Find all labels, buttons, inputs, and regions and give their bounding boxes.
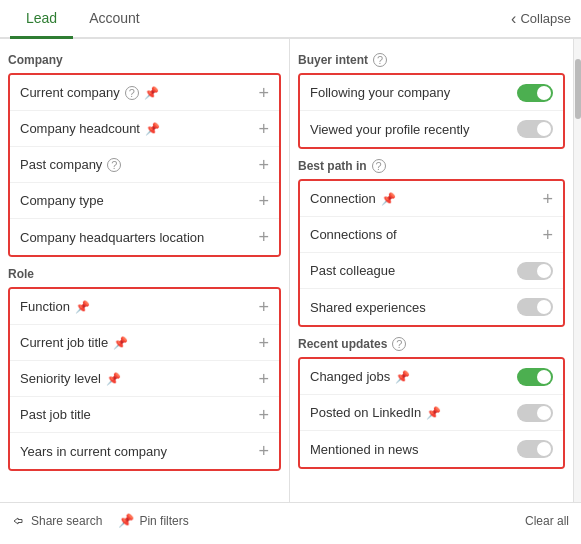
pin-icon: 📌 bbox=[113, 336, 128, 350]
list-item: Company type + bbox=[10, 183, 279, 219]
list-item: Current company ? 📌 + bbox=[10, 75, 279, 111]
add-filter-button[interactable]: + bbox=[258, 298, 269, 316]
best-path-group: Connection 📌 + Connections of + Past col… bbox=[298, 179, 565, 327]
help-icon: ? bbox=[372, 159, 386, 173]
pin-icon: 📌 bbox=[106, 372, 121, 386]
list-item: Company headquarters location + bbox=[10, 219, 279, 255]
buyer-intent-group: Following your company Viewed your profi… bbox=[298, 73, 565, 149]
toggle-viewed-profile[interactable] bbox=[517, 120, 553, 138]
pin-icon: 📌 bbox=[395, 370, 410, 384]
main-content: Company Current company ? 📌 + Company he… bbox=[0, 39, 581, 502]
list-item: Shared experiences bbox=[300, 289, 563, 325]
toggle-following-company[interactable] bbox=[517, 84, 553, 102]
list-item: Function 📌 + bbox=[10, 289, 279, 325]
add-filter-button[interactable]: + bbox=[258, 334, 269, 352]
toggle-past-colleague[interactable] bbox=[517, 262, 553, 280]
list-item: Viewed your profile recently bbox=[300, 111, 563, 147]
pin-icon: 📌 bbox=[381, 192, 396, 206]
tab-lead[interactable]: Lead bbox=[10, 0, 73, 39]
scrollbar-thumb[interactable] bbox=[575, 59, 581, 119]
share-icon bbox=[12, 514, 26, 528]
help-icon: ? bbox=[373, 53, 387, 67]
company-section-label: Company bbox=[8, 53, 281, 67]
add-filter-button[interactable]: + bbox=[542, 226, 553, 244]
clear-all-button[interactable]: Clear all bbox=[525, 514, 569, 528]
bottom-left-actions: Share search 📌 Pin filters bbox=[12, 513, 189, 528]
add-filter-button[interactable]: + bbox=[258, 442, 269, 460]
pin-icon: 📌 bbox=[426, 406, 441, 420]
chevron-left-icon: ‹ bbox=[511, 10, 516, 28]
add-filter-button[interactable]: + bbox=[258, 370, 269, 388]
role-filter-group: Function 📌 + Current job title 📌 + Senio… bbox=[8, 287, 281, 471]
list-item: Company headcount 📌 + bbox=[10, 111, 279, 147]
left-column: Company Current company ? 📌 + Company he… bbox=[0, 39, 290, 502]
tab-bar: Lead Account ‹ Collapse bbox=[0, 0, 581, 39]
list-item: Following your company bbox=[300, 75, 563, 111]
add-filter-button[interactable]: + bbox=[258, 228, 269, 246]
help-icon: ? bbox=[392, 337, 406, 351]
list-item: Connection 📌 + bbox=[300, 181, 563, 217]
add-filter-button[interactable]: + bbox=[258, 156, 269, 174]
list-item: Past company ? + bbox=[10, 147, 279, 183]
pin-filters-button[interactable]: 📌 Pin filters bbox=[118, 513, 188, 528]
pin-icon: 📌 bbox=[118, 513, 134, 528]
pin-icon: 📌 bbox=[144, 86, 159, 100]
list-item: Past job title + bbox=[10, 397, 279, 433]
list-item: Past colleague bbox=[300, 253, 563, 289]
add-filter-button[interactable]: + bbox=[542, 190, 553, 208]
list-item: Mentioned in news bbox=[300, 431, 563, 467]
list-item: Changed jobs 📌 bbox=[300, 359, 563, 395]
list-item: Years in current company + bbox=[10, 433, 279, 469]
scrollbar-track[interactable] bbox=[573, 39, 581, 502]
add-filter-button[interactable]: + bbox=[258, 192, 269, 210]
list-item: Current job title 📌 + bbox=[10, 325, 279, 361]
best-path-label: Best path in bbox=[298, 159, 367, 173]
add-filter-button[interactable]: + bbox=[258, 120, 269, 138]
company-filter-group: Current company ? 📌 + Company headcount … bbox=[8, 73, 281, 257]
toggle-mentioned-news[interactable] bbox=[517, 440, 553, 458]
pin-icon: 📌 bbox=[75, 300, 90, 314]
list-item: Seniority level 📌 + bbox=[10, 361, 279, 397]
recent-updates-group: Changed jobs 📌 Posted on LinkedIn 📌 Ment… bbox=[298, 357, 565, 469]
list-item: Connections of + bbox=[300, 217, 563, 253]
buyer-intent-label: Buyer intent bbox=[298, 53, 368, 67]
role-section-label: Role bbox=[8, 267, 281, 281]
tab-account[interactable]: Account bbox=[73, 0, 156, 39]
list-item: Posted on LinkedIn 📌 bbox=[300, 395, 563, 431]
toggle-posted-linkedin[interactable] bbox=[517, 404, 553, 422]
add-filter-button[interactable]: + bbox=[258, 406, 269, 424]
toggle-changed-jobs[interactable] bbox=[517, 368, 553, 386]
bottom-bar: Share search 📌 Pin filters Clear all bbox=[0, 502, 581, 538]
share-search-button[interactable]: Share search bbox=[12, 514, 102, 528]
recent-updates-label: Recent updates bbox=[298, 337, 387, 351]
add-filter-button[interactable]: + bbox=[258, 84, 269, 102]
pin-icon: 📌 bbox=[145, 122, 160, 136]
help-icon: ? bbox=[107, 158, 121, 172]
right-column: Buyer intent ? Following your company Vi… bbox=[290, 39, 573, 502]
collapse-button[interactable]: ‹ Collapse bbox=[511, 10, 571, 28]
toggle-shared-experiences[interactable] bbox=[517, 298, 553, 316]
help-icon: ? bbox=[125, 86, 139, 100]
